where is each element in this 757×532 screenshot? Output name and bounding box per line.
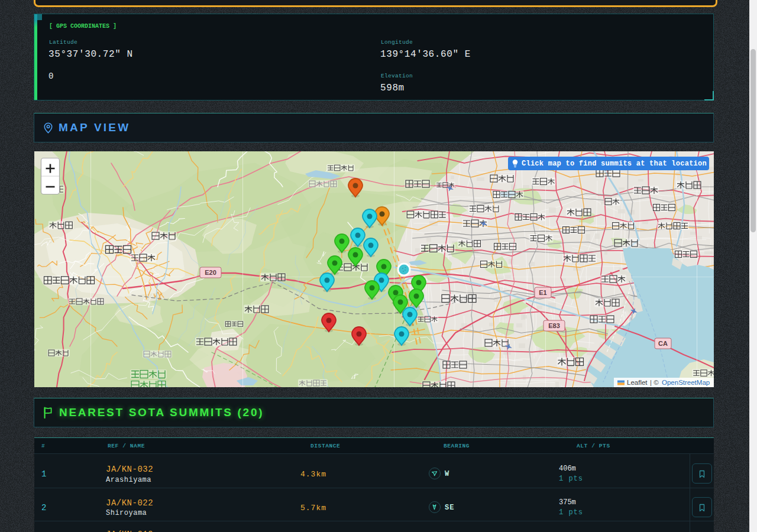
svg-text:OpenStreetMap: OpenStreetMap	[662, 379, 710, 386]
svg-text:Leaflet: Leaflet	[627, 379, 648, 386]
svg-text:| ©: | ©	[650, 379, 659, 386]
svg-text:E1: E1	[539, 289, 546, 296]
svg-text:CA: CA	[658, 340, 668, 347]
svg-text:E20: E20	[205, 269, 216, 276]
svg-text:Click map to find summits at t: Click map to find summits at that locati…	[522, 160, 707, 168]
svg-text:E83: E83	[548, 322, 560, 329]
